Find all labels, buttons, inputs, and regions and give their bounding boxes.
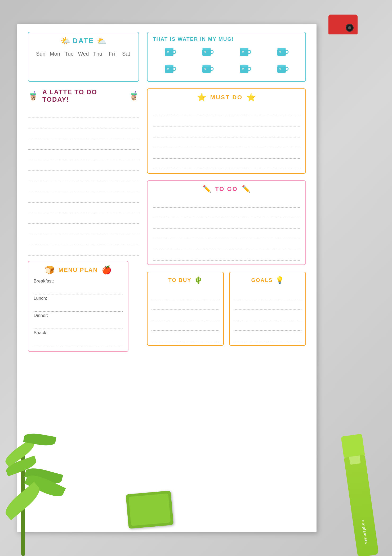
goals-line-1[interactable] bbox=[234, 288, 301, 299]
latte-line-9[interactable] bbox=[28, 192, 139, 203]
sharpener-decoration bbox=[328, 15, 360, 41]
cloud-right-icon: ⛅ bbox=[97, 36, 106, 46]
svg-rect-0 bbox=[165, 49, 173, 56]
bottom-right-section: TO BUY 🌵 GOALS 💡 bbox=[147, 272, 306, 346]
svg-point-23 bbox=[205, 69, 206, 69]
mug-3[interactable] bbox=[228, 46, 263, 60]
goals-line-4[interactable] bbox=[234, 320, 301, 331]
to-go-box: ✏️ TO GO ✏️ bbox=[147, 180, 306, 265]
to-go-lines bbox=[153, 197, 300, 261]
svg-point-27 bbox=[242, 69, 243, 69]
to-buy-line-3[interactable] bbox=[152, 310, 219, 320]
coffee-right-icon: 🧋 bbox=[128, 91, 139, 101]
coffee-left-icon: 🧋 bbox=[28, 91, 38, 101]
must-do-line-6[interactable] bbox=[153, 159, 300, 169]
menu-items: Breakfast: Lunch: Dinner: Snack: bbox=[34, 279, 123, 346]
mug-5[interactable] bbox=[153, 63, 188, 77]
goals-line-2[interactable] bbox=[234, 299, 301, 310]
latte-line-6[interactable] bbox=[28, 160, 139, 171]
to-go-line-2[interactable] bbox=[153, 208, 300, 218]
lunch-label: Lunch: bbox=[34, 296, 123, 301]
goals-line-5[interactable] bbox=[234, 331, 301, 341]
day-wed: Wed bbox=[77, 51, 89, 57]
to-buy-line-2[interactable] bbox=[152, 299, 219, 310]
mug-6[interactable] bbox=[190, 63, 225, 77]
svg-point-21 bbox=[202, 65, 211, 67]
mug-2[interactable] bbox=[190, 46, 225, 60]
svg-point-31 bbox=[280, 69, 281, 69]
latte-line-12[interactable] bbox=[28, 224, 139, 234]
must-do-title: MUST DO bbox=[210, 94, 243, 101]
latte-line-7[interactable] bbox=[28, 171, 139, 181]
day-sat: Sat bbox=[120, 51, 132, 57]
svg-point-17 bbox=[165, 65, 173, 67]
to-buy-line-1[interactable] bbox=[152, 288, 219, 299]
svg-rect-8 bbox=[240, 49, 248, 56]
to-go-line-4[interactable] bbox=[153, 229, 300, 239]
lunch-line[interactable] bbox=[34, 302, 123, 312]
snack-line[interactable] bbox=[34, 337, 123, 346]
latte-section: 🧋 A LATTE TO DO TODAY! 🧋 bbox=[28, 88, 139, 255]
star-right-icon: ⭐ bbox=[247, 93, 256, 102]
bulb-icon: 💡 bbox=[275, 276, 284, 284]
snack-label: Snack: bbox=[34, 330, 123, 335]
must-do-line-2[interactable] bbox=[153, 116, 300, 127]
must-do-lines bbox=[153, 106, 300, 169]
mug-4[interactable] bbox=[265, 46, 300, 60]
to-go-header: ✏️ TO GO ✏️ bbox=[153, 185, 300, 193]
top-section: 🌤️ DATE ⛅ Sun Mon Tue Wed Thu Fri Sat TH… bbox=[28, 32, 306, 82]
svg-point-25 bbox=[240, 65, 248, 67]
latte-line-3[interactable] bbox=[28, 128, 139, 139]
mug-8[interactable] bbox=[265, 63, 300, 77]
must-do-box: ⭐ MUST DO ⭐ bbox=[147, 88, 306, 174]
mugs-grid bbox=[153, 46, 300, 77]
goals-lines bbox=[234, 288, 301, 341]
to-buy-header: TO BUY 🌵 bbox=[152, 276, 219, 284]
must-do-header: ⭐ MUST DO ⭐ bbox=[153, 93, 300, 102]
latte-line-5[interactable] bbox=[28, 150, 139, 160]
day-thu: Thu bbox=[92, 51, 104, 57]
pencil-right-icon: ✏️ bbox=[242, 185, 250, 193]
latte-line-14[interactable] bbox=[28, 245, 139, 255]
latte-line-1[interactable] bbox=[28, 107, 139, 118]
toast-icon: 🍞 bbox=[45, 265, 55, 275]
dinner-line[interactable] bbox=[34, 320, 123, 329]
mug-1[interactable] bbox=[153, 46, 188, 60]
goals-line-3[interactable] bbox=[234, 310, 301, 320]
to-buy-lines bbox=[152, 288, 219, 341]
stamp-decoration bbox=[127, 492, 175, 535]
menu-plan-header: 🍞 MENU PLAN 🍎 bbox=[34, 265, 123, 275]
days-row: Sun Mon Tue Wed Thu Fri Sat bbox=[34, 51, 133, 57]
mug-7[interactable] bbox=[228, 63, 263, 77]
cactus-icon: 🌵 bbox=[194, 276, 203, 284]
latte-line-4[interactable] bbox=[28, 139, 139, 150]
latte-line-11[interactable] bbox=[28, 213, 139, 224]
to-buy-line-5[interactable] bbox=[152, 331, 219, 341]
goals-box: GOALS 💡 bbox=[229, 272, 306, 346]
to-buy-line-4[interactable] bbox=[152, 320, 219, 331]
plant-decoration bbox=[0, 397, 85, 556]
must-do-line-5[interactable] bbox=[153, 148, 300, 159]
svg-point-5 bbox=[202, 48, 211, 50]
latte-line-10[interactable] bbox=[28, 203, 139, 213]
water-title: THAT IS WATER IN MY MUG! bbox=[153, 36, 300, 42]
to-go-line-5[interactable] bbox=[153, 239, 300, 250]
svg-point-19 bbox=[167, 69, 168, 69]
breakfast-line[interactable] bbox=[34, 285, 123, 294]
to-go-line-1[interactable] bbox=[153, 197, 300, 208]
right-column: ⭐ MUST DO ⭐ ✏️ TO GO ✏️ bbox=[147, 88, 306, 352]
latte-line-13[interactable] bbox=[28, 234, 139, 245]
dinner-label: Dinner: bbox=[34, 313, 123, 318]
day-fri: Fri bbox=[106, 51, 118, 57]
must-do-line-1[interactable] bbox=[153, 106, 300, 116]
to-go-line-3[interactable] bbox=[153, 218, 300, 229]
must-do-line-3[interactable] bbox=[153, 127, 300, 137]
latte-line-8[interactable] bbox=[28, 181, 139, 192]
must-do-line-4[interactable] bbox=[153, 137, 300, 148]
date-title: DATE bbox=[73, 37, 94, 45]
latte-line-2[interactable] bbox=[28, 118, 139, 128]
goals-title: GOALS bbox=[251, 277, 273, 283]
goals-header: GOALS 💡 bbox=[234, 276, 301, 284]
to-go-title: TO GO bbox=[215, 186, 238, 192]
to-go-line-6[interactable] bbox=[153, 250, 300, 261]
